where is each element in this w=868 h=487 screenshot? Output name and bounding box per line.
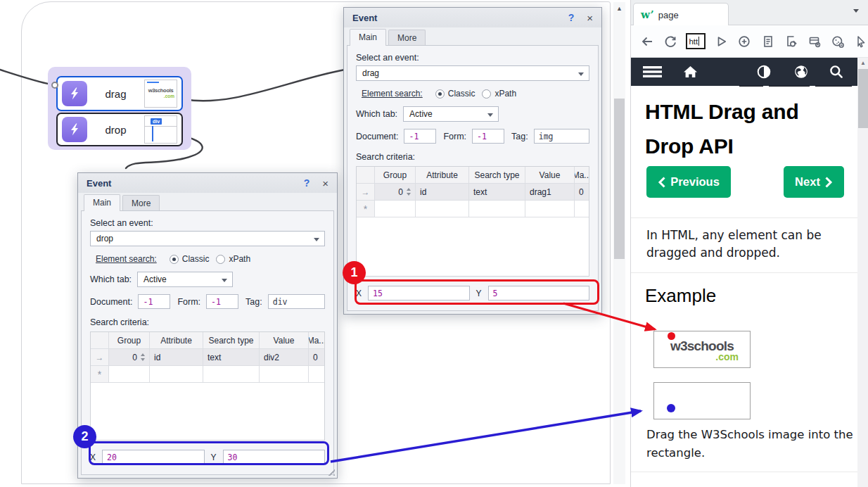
drop-target-rectangle[interactable] (653, 382, 751, 419)
previous-label: Previous (670, 175, 720, 189)
which-tab-label: Which tab: (356, 109, 397, 119)
divider (631, 472, 857, 472)
radio-classic[interactable] (435, 89, 445, 99)
dialog-titlebar[interactable]: Event ? × (78, 173, 337, 193)
canvas-scrollbar-thumb[interactable] (614, 99, 625, 259)
chevron-down-icon (487, 113, 493, 117)
form-label: Form: (443, 132, 466, 141)
value-cell[interactable]: drag1 (525, 184, 575, 201)
next-button[interactable]: Next (784, 166, 844, 198)
table-new-row[interactable]: * (91, 366, 324, 383)
document-field[interactable]: -1 (404, 129, 436, 144)
document-label: Document: (90, 297, 132, 307)
document-field[interactable]: -1 (138, 294, 170, 309)
tab-more[interactable]: More (122, 195, 160, 210)
workflow-step-drag[interactable]: drag w3schools .com (56, 76, 183, 111)
radio-classic[interactable] (170, 255, 179, 264)
page-tools-icon[interactable] (784, 34, 798, 49)
x-field[interactable]: 20 (102, 450, 204, 464)
chevron-down-icon[interactable] (853, 9, 859, 13)
table-row[interactable]: → 0 id text div2 0 (91, 349, 324, 366)
which-tab-dropdown[interactable]: Active (403, 106, 499, 122)
zoom-plus-icon[interactable] (737, 34, 752, 49)
event-value: drag (362, 68, 379, 78)
table-header-row: Group Attribute Search type Value Ma... (91, 332, 324, 349)
help-icon[interactable]: ? (304, 177, 310, 189)
which-tab-value: Active (143, 274, 167, 284)
spinner-icon[interactable] (407, 188, 411, 196)
tab-main[interactable]: Main (84, 194, 120, 211)
browser-tab-label: page (658, 10, 679, 20)
search-icon[interactable] (829, 58, 844, 86)
attribute-cell[interactable]: id (150, 349, 203, 366)
group-cell[interactable]: 0 (109, 349, 150, 366)
workflow-node-group[interactable]: drag w3schools .com drop div (48, 67, 191, 150)
tag-field[interactable]: img (534, 129, 589, 144)
language-globe-icon[interactable] (793, 58, 809, 86)
which-tab-dropdown[interactable]: Active (137, 272, 233, 287)
previous-button[interactable]: Previous (646, 166, 731, 198)
thumb-divider (145, 126, 177, 127)
dark-mode-icon[interactable] (756, 58, 772, 86)
tag-field[interactable]: div (268, 294, 325, 309)
draggable-image-box[interactable]: w3schools .com (653, 331, 751, 368)
browser-panel: w’ page htt (630, 0, 868, 487)
dialog-titlebar[interactable]: Event ? × (344, 8, 601, 27)
y-field[interactable]: 30 (223, 450, 325, 464)
element-search-link[interactable]: Element search: (362, 89, 423, 99)
url-input[interactable]: htt (686, 33, 705, 49)
help-icon[interactable]: ? (568, 12, 575, 23)
home-icon[interactable] (682, 58, 698, 86)
event-dropdown[interactable]: drag (356, 65, 589, 81)
close-icon[interactable]: × (587, 12, 593, 24)
thumb-logo-text: w3schools (145, 87, 177, 94)
table-row[interactable]: → 0 id text drag1 0 (357, 184, 589, 201)
page-content: HTML Drag and Drop API Previous Next In … (631, 86, 857, 487)
scroll-up-icon[interactable]: ▲ (613, 5, 625, 12)
reload-icon[interactable] (663, 34, 677, 49)
tab-more[interactable]: More (388, 30, 426, 45)
browser-scrollbar[interactable]: ▲ (857, 58, 868, 487)
spinner-icon[interactable] (141, 353, 145, 361)
match-cell[interactable]: 0 (309, 349, 324, 366)
cache-remove-icon[interactable] (807, 34, 822, 49)
workflow-step-drop[interactable]: drop div (56, 113, 183, 146)
tab-main[interactable]: Main (350, 29, 386, 46)
run-icon[interactable] (714, 34, 729, 49)
radio-xpath[interactable] (216, 255, 225, 264)
match-cell[interactable]: 0 (575, 184, 589, 201)
group-cell[interactable]: 0 (375, 184, 416, 201)
form-field[interactable]: -1 (472, 129, 504, 144)
tag-label: Tag: (511, 132, 528, 141)
col-group: Group (109, 332, 150, 349)
menu-icon[interactable] (643, 58, 662, 86)
back-icon[interactable] (639, 34, 654, 49)
thumb-div-chip: div (151, 118, 162, 125)
step-thumbnail-div: div (144, 115, 177, 144)
attribute-cell[interactable]: id (416, 184, 469, 201)
x-label: X (90, 453, 96, 462)
close-icon[interactable]: × (322, 177, 328, 189)
y-field[interactable]: 5 (488, 286, 589, 301)
cookies-remove-icon[interactable] (831, 34, 845, 49)
browser-tab-page[interactable]: w’ page (633, 3, 729, 26)
form-field[interactable]: -1 (206, 294, 238, 309)
col-match: Ma... (575, 167, 589, 184)
value-cell[interactable]: div2 (260, 349, 309, 366)
radio-xpath[interactable] (482, 89, 491, 99)
reader-document-icon[interactable] (760, 34, 775, 49)
node-input-port[interactable] (51, 82, 58, 89)
canvas-scrollbar[interactable]: ▲ (613, 2, 625, 484)
x-field[interactable]: 15 (368, 286, 469, 301)
scroll-up-icon[interactable]: ▲ (857, 60, 868, 66)
divider (631, 272, 857, 273)
event-bolt-icon (62, 117, 87, 142)
search-type-cell[interactable]: text (469, 184, 525, 201)
search-type-cell[interactable]: text (203, 349, 260, 366)
event-dropdown[interactable]: drop (90, 231, 325, 246)
browser-scrollbar-thumb[interactable] (858, 69, 868, 128)
element-picker-icon[interactable] (854, 34, 868, 49)
table-new-row[interactable]: * (357, 201, 589, 217)
element-search-link[interactable]: Element search: (96, 254, 157, 264)
new-row-icon: * (357, 201, 375, 217)
